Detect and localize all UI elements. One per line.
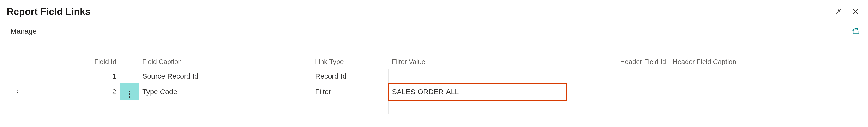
table-row[interactable]: [7, 100, 861, 114]
col-header-field-caption[interactable]: Header Field Caption: [670, 55, 775, 69]
row-actions[interactable]: [120, 83, 139, 100]
share-icon[interactable]: [851, 26, 861, 36]
row-actions[interactable]: [120, 100, 139, 114]
cell-field-caption[interactable]: Type Code: [139, 83, 312, 100]
row-selector[interactable]: [7, 100, 26, 114]
cell-header-field-caption[interactable]: [670, 83, 775, 100]
col-field-id[interactable]: Field Id: [26, 55, 120, 69]
row-selector[interactable]: [7, 83, 26, 100]
cell-header-field-id[interactable]: [574, 69, 670, 83]
col-header-field-id[interactable]: Header Field Id: [574, 55, 670, 69]
cell-field-id[interactable]: 2: [26, 83, 120, 100]
cell-field-id[interactable]: 1: [26, 69, 120, 83]
close-icon[interactable]: [850, 6, 861, 17]
cell-link-type[interactable]: Filter: [312, 83, 389, 100]
cell-field-id[interactable]: [26, 100, 120, 114]
cell-header-field-id[interactable]: [574, 100, 670, 114]
collapse-icon[interactable]: [833, 6, 844, 17]
cell-link-type[interactable]: Record Id: [312, 69, 389, 83]
cell-header-field-caption[interactable]: [670, 100, 775, 114]
cell-header-field-id[interactable]: [574, 83, 670, 100]
more-options-icon[interactable]: [129, 91, 130, 98]
cell-filter-value[interactable]: [389, 100, 566, 114]
row-selector[interactable]: [7, 69, 26, 83]
table-row[interactable]: 2 Type Code Filter SALES-ORDER-ALL: [7, 83, 861, 100]
page-title: Report Field Links: [7, 6, 833, 17]
manage-menu[interactable]: Manage: [7, 24, 40, 38]
table-row[interactable]: 1 Source Record Id Record Id: [7, 69, 861, 83]
cell-field-caption[interactable]: Source Record Id: [139, 69, 312, 83]
col-field-caption[interactable]: Field Caption: [139, 55, 312, 69]
col-filter-value[interactable]: Filter Value: [389, 55, 566, 69]
current-row-arrow-icon: [10, 89, 23, 95]
cell-field-caption[interactable]: [139, 100, 312, 114]
cell-link-type[interactable]: [312, 100, 389, 114]
cell-filter-value[interactable]: [389, 69, 566, 83]
row-actions[interactable]: [120, 69, 139, 83]
report-field-links-grid[interactable]: Field Id Field Caption Link Type Filter …: [7, 55, 861, 114]
cell-filter-value[interactable]: SALES-ORDER-ALL: [389, 83, 566, 100]
col-link-type[interactable]: Link Type: [312, 55, 389, 69]
cell-header-field-caption[interactable]: [670, 69, 775, 83]
